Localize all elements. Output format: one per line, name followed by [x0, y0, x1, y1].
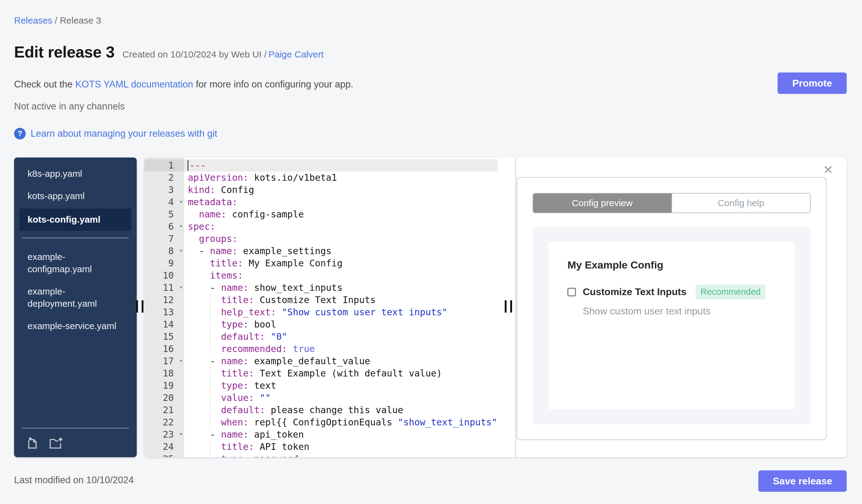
- tab-config-preview[interactable]: Config preview: [533, 194, 671, 213]
- yaml-editor[interactable]: 1---2apiVersion: kots.io/v1beta13kind: C…: [144, 158, 516, 457]
- code-line-11[interactable]: 11▾ - name: show_text_inputs: [144, 282, 515, 294]
- code-line-10[interactable]: 10 items:: [144, 269, 515, 282]
- fold-arrow-icon[interactable]: ▾: [179, 196, 183, 208]
- breadcrumb: Releases/Release 3: [14, 15, 101, 26]
- line-number: 8▾: [144, 245, 184, 257]
- add-file-icon[interactable]: [25, 436, 39, 450]
- config-panel: ✕ Config previewConfig help My Example C…: [516, 158, 847, 457]
- code-text: title: Customize Text Inputs: [184, 294, 498, 306]
- line-number: 13: [144, 306, 184, 318]
- created-text: Created on 10/10/2024 by Web UI /Paige C…: [122, 49, 324, 59]
- line-number: 19: [144, 380, 184, 392]
- line-number: 12: [144, 294, 184, 306]
- code-line-5[interactable]: 5 name: config-sample: [144, 208, 515, 221]
- sidebar-file-example-service-yaml[interactable]: example-service.yaml: [19, 317, 131, 336]
- code-text: items:: [184, 269, 498, 282]
- sidebar-file-kots-app-yaml[interactable]: kots-app.yaml: [19, 187, 131, 206]
- code-line-13[interactable]: 13 help_text: "Show custom user text inp…: [144, 306, 515, 318]
- created-author-link[interactable]: Paige Calvert: [269, 49, 324, 59]
- code-line-21[interactable]: 21 default: please change this value: [144, 404, 515, 416]
- docs-prefix: Check out the: [14, 79, 75, 90]
- line-number: 6▾: [144, 221, 184, 233]
- kots-yaml-docs-link[interactable]: KOTS YAML documentation: [75, 79, 193, 90]
- sidebar-footer: [22, 428, 129, 451]
- line-number: 25: [144, 453, 184, 457]
- code-text: value: "": [184, 392, 498, 404]
- sidebar-resize-handle[interactable]: [136, 300, 143, 313]
- breadcrumb-releases-link[interactable]: Releases: [14, 15, 52, 25]
- line-number: 9: [144, 257, 184, 269]
- code-line-2[interactable]: 2apiVersion: kots.io/v1beta1: [144, 172, 515, 184]
- config-preview-area: My Example Config Customize Text Inputs …: [533, 227, 811, 424]
- code-line-23[interactable]: 23▾ - name: api_token: [144, 428, 515, 441]
- code-text: title: My Example Config: [184, 257, 498, 269]
- fold-arrow-icon[interactable]: ▾: [179, 355, 183, 367]
- code-line-12[interactable]: 12 title: Customize Text Inputs: [144, 294, 515, 306]
- save-release-button[interactable]: Save release: [758, 470, 847, 492]
- code-line-22[interactable]: 22 when: repl{{ ConfigOptionEquals "show…: [144, 416, 515, 428]
- code-text: spec:: [184, 221, 498, 233]
- file-sidebar: k8s-app.yamlkots-app.yamlkots-config.yam…: [14, 158, 137, 457]
- git-link-row: ? Learn about managing your releases wit…: [14, 128, 217, 140]
- code-scroller[interactable]: 1---2apiVersion: kots.io/v1beta13kind: C…: [144, 158, 515, 457]
- code-line-8[interactable]: 8▾ - name: example_settings: [144, 245, 515, 257]
- customize-text-inputs-checkbox[interactable]: [567, 288, 576, 296]
- add-folder-icon[interactable]: [48, 436, 64, 450]
- code-line-18[interactable]: 18 title: Text Example (with default val…: [144, 367, 515, 380]
- code-line-25[interactable]: 25 type: password: [144, 453, 515, 457]
- code-text: type: text: [184, 380, 498, 392]
- code-text: name: config-sample: [184, 208, 498, 221]
- config-item-row: Customize Text Inputs Recommended: [567, 284, 776, 300]
- promote-button[interactable]: Promote: [778, 72, 847, 94]
- sidebar-file-example-deployment-yaml[interactable]: example-deployment.yaml: [19, 282, 131, 314]
- line-number: 4▾: [144, 196, 184, 208]
- code-line-3[interactable]: 3kind: Config: [144, 184, 515, 196]
- help-question-icon[interactable]: ?: [14, 128, 26, 140]
- tab-config-help[interactable]: Config help: [671, 194, 810, 213]
- code-line-9[interactable]: 9 title: My Example Config: [144, 257, 515, 269]
- line-number: 22: [144, 416, 184, 428]
- code-line-17[interactable]: 17▾ - name: example_default_value: [144, 355, 515, 367]
- code-text: type: password: [184, 453, 498, 457]
- last-modified-text: Last modified on 10/10/2024: [14, 475, 134, 486]
- line-number: 7: [144, 233, 184, 245]
- fold-arrow-icon[interactable]: ▾: [179, 244, 183, 256]
- code-text: default: "0": [184, 331, 498, 343]
- title-row: Edit release 3 Created on 10/10/2024 by …: [14, 43, 324, 61]
- editor-resize-handle[interactable]: [505, 300, 512, 313]
- code-text: ---: [184, 159, 498, 172]
- fold-arrow-icon[interactable]: ▾: [179, 220, 183, 232]
- line-number: 10: [144, 269, 184, 282]
- config-group-title: My Example Config: [567, 259, 776, 271]
- sidebar-file-k8s-app-yaml[interactable]: k8s-app.yaml: [19, 164, 131, 184]
- code-text: - name: show_text_inputs: [184, 282, 498, 294]
- fold-arrow-icon[interactable]: ▾: [179, 281, 183, 293]
- created-prefix: Created on 10/10/2024 by Web UI /: [122, 49, 266, 59]
- code-line-24[interactable]: 24 title: API token: [144, 441, 515, 453]
- close-icon[interactable]: ✕: [823, 164, 833, 176]
- code-line-4[interactable]: 4▾metadata:: [144, 196, 515, 208]
- code-text: type: bool: [184, 318, 498, 331]
- code-line-16[interactable]: 16 recommended: true: [144, 343, 515, 355]
- code-line-6[interactable]: 6▾spec:: [144, 221, 515, 233]
- code-line-20[interactable]: 20 value: "": [144, 392, 515, 404]
- config-preview-card: My Example Config Customize Text Inputs …: [548, 242, 795, 410]
- fold-arrow-icon[interactable]: ▾: [179, 428, 183, 440]
- line-number: 16: [144, 343, 184, 355]
- code-text: when: repl{{ ConfigOptionEquals "show_te…: [184, 416, 498, 428]
- line-number: 17▾: [144, 355, 184, 367]
- docs-suffix: for more info on configuring your app.: [193, 79, 353, 90]
- code-line-15[interactable]: 15 default: "0": [144, 331, 515, 343]
- code-text: title: Text Example (with default value): [184, 367, 498, 380]
- sidebar-file-kots-config-yaml[interactable]: kots-config.yaml: [19, 209, 131, 231]
- code-line-14[interactable]: 14 type: bool: [144, 318, 515, 331]
- code-line-19[interactable]: 19 type: text: [144, 380, 515, 392]
- code-text: help_text: "Show custom user text inputs…: [184, 306, 498, 318]
- code-line-1[interactable]: 1---: [144, 159, 515, 172]
- line-number: 3: [144, 184, 184, 196]
- line-number: 18: [144, 367, 184, 380]
- code-line-7[interactable]: 7 groups:: [144, 233, 515, 245]
- sidebar-file-example-configmap-yaml[interactable]: example-configmap.yaml: [19, 248, 131, 279]
- code-text: - name: example_default_value: [184, 355, 498, 367]
- git-releases-link[interactable]: Learn about managing your releases with …: [30, 128, 217, 139]
